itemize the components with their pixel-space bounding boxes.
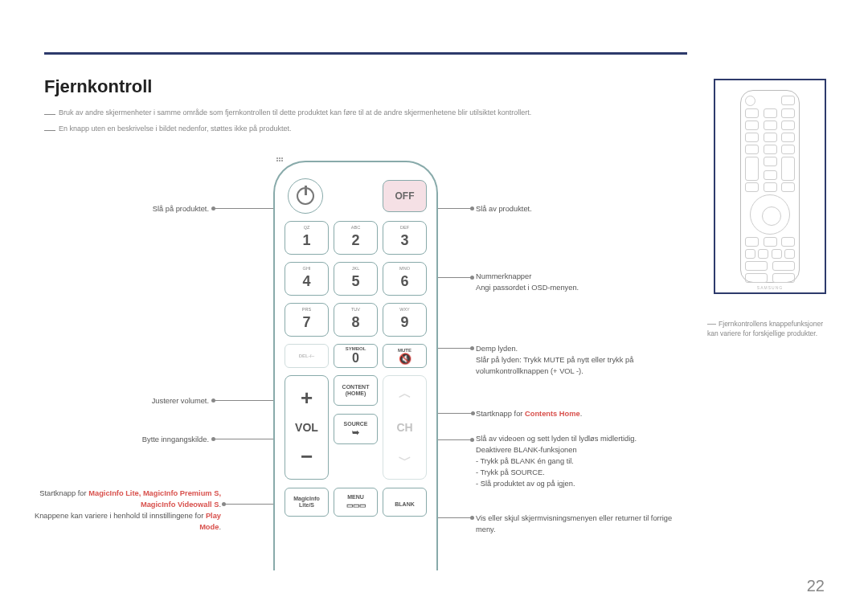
off-button[interactable]: OFF — [383, 180, 427, 212]
callout-line — [434, 208, 471, 209]
menu-button[interactable]: MENU ▭▭▭ — [334, 488, 378, 517]
header-rule — [44, 52, 687, 55]
note-1: ― Bruk av andre skjermenheter i samme om… — [44, 107, 531, 120]
keypad-5[interactable]: JKL5 — [334, 262, 378, 296]
remote-thumbnail: SAMSUNG — [740, 90, 800, 283]
keypad-1[interactable]: QZ1 — [285, 221, 329, 255]
ir-indicator-icon — [276, 157, 285, 161]
mute-button[interactable]: MUTE 🔇 — [383, 344, 427, 368]
note-2-text: En knapp uten en beskrivelse i bildet ne… — [59, 125, 292, 133]
thumbnail-nav-wheel — [750, 194, 790, 235]
label-contents-home: Startknapp for Contents Home. — [476, 409, 582, 420]
channel-rocker[interactable]: ︿ CH ﹀ — [383, 375, 427, 480]
chevron-down-icon: ﹀ — [399, 452, 411, 469]
page-title: Fjernkontroll — [44, 76, 152, 97]
keypad-4[interactable]: GHI4 — [285, 262, 329, 296]
mute-icon: 🔇 — [399, 353, 411, 365]
callout-line — [215, 208, 275, 209]
keypad-0-symbol[interactable]: SYMBOL 0 — [334, 344, 378, 368]
page-number: 22 — [807, 577, 825, 595]
thumbnail-brand: SAMSUNG — [745, 285, 795, 290]
blank-button[interactable]: BLANK — [383, 488, 427, 517]
power-icon — [297, 187, 314, 205]
remote-diagram: OFF QZ1 ABC2 DEF3 GHI4 JKL5 MNO6 PRS7 TU… — [273, 161, 438, 570]
label-blank: Slå av videoen og sett lyden til lydløs … — [476, 434, 693, 490]
keypad-7[interactable]: PRS7 — [285, 303, 329, 337]
label-magicinfo: Startknapp for MagicInfo Lite, MagicInfo… — [20, 488, 221, 533]
keypad-3[interactable]: DEF3 — [383, 221, 427, 255]
note-1-text: Bruk av andre skjermenheter i samme områ… — [59, 108, 531, 116]
keypad-9[interactable]: WXY9 — [383, 303, 427, 337]
callout-line — [215, 400, 275, 401]
keypad-2[interactable]: ABC2 — [334, 221, 378, 255]
label-numbers: Nummerknapper Angi passordet i OSD-menye… — [476, 272, 669, 294]
source-button[interactable]: SOURCE ➥ — [334, 414, 378, 444]
label-power-on: Slå på produktet. — [153, 204, 209, 215]
volume-up-icon: + — [301, 386, 313, 411]
label-off: Slå av produktet. — [476, 204, 532, 215]
remote-thumbnail-frame: SAMSUNG — [714, 79, 826, 294]
label-menu: Vis eller skjul skjermvisningsmenyen ell… — [476, 513, 693, 536]
menu-icon: ▭▭▭ — [346, 501, 366, 509]
magicinfo-button[interactable]: MagicInfo Lite/S — [285, 488, 329, 517]
chevron-up-icon: ︿ — [399, 386, 411, 403]
content-home-button[interactable]: CONTENT (HOME) — [334, 375, 378, 406]
volume-down-icon: − — [301, 444, 313, 469]
note-2: ― En knapp uten en beskrivelse i bildet … — [44, 123, 292, 136]
label-mute: Demp lyden. Slår på lyden: Trykk MUTE på… — [476, 344, 701, 378]
keypad-6[interactable]: MNO6 — [383, 262, 427, 296]
del-button[interactable]: DEL-/-- — [285, 344, 329, 368]
label-source: Bytte inngangskilde. — [142, 435, 209, 446]
source-icon: ➥ — [352, 427, 359, 437]
volume-rocker[interactable]: + VOL − — [285, 375, 329, 480]
power-button[interactable] — [288, 178, 323, 214]
label-volume: Justerer volumet. — [152, 396, 209, 407]
keypad-8[interactable]: TUV8 — [334, 303, 378, 337]
thumbnail-note: ― Fjernkontrollens knappefunksjoner kan … — [707, 317, 832, 339]
